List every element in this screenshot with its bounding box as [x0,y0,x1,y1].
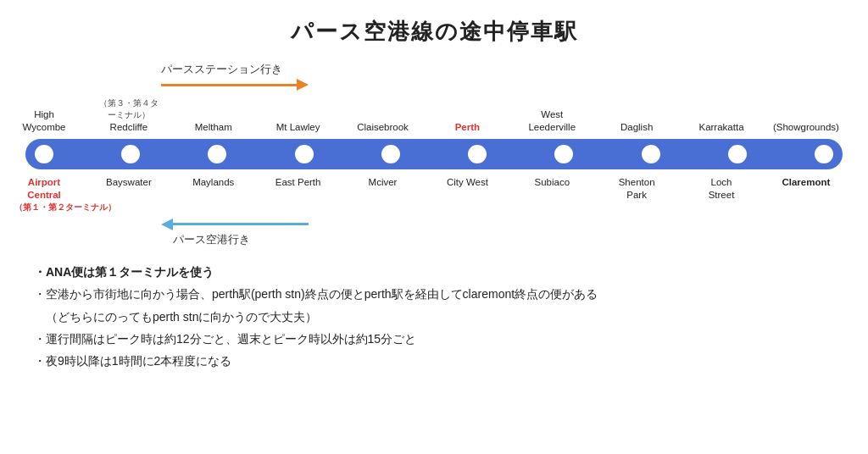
bottom-station-mciver: Mciver [353,176,413,213]
station-dot-3 [292,142,316,166]
bottom-station-bayswater: Bayswater [99,176,159,213]
top-station-claisebrook: Claisebrook [353,97,413,134]
station-map: High Wycombe（第３・第４ターミナル）RedcliffeMeltham… [25,97,843,213]
top-station-high-wycombe: High Wycombe [14,97,74,134]
station-dot-7 [639,142,663,166]
top-station-meltham: Meltham [184,97,243,134]
station-dot-8 [726,142,749,166]
bottom-station-loch-street: Loch Street [692,176,751,213]
top-station-showgrounds: (Showgrounds) [776,97,836,134]
bottom-station-east-perth: East Perth [269,176,328,213]
bottom-station-subiaco: Subiaco [522,176,581,213]
note-3: ・運行間隔はピーク時は約12分ごと、週末とピーク時以外は約15分ごと [34,329,843,348]
arrow-to-perth-label: パースステーション行き [161,62,282,77]
station-dot-9 [812,142,836,166]
arrow-left-head [161,219,173,230]
top-station-redcliffe: （第３・第４ターミナル）Redcliffe [99,97,159,134]
arrow-right-line [161,84,297,86]
bottom-station-city-west: City West [437,176,497,213]
arrow-to-airport-section: パース空港行き [161,219,843,247]
stations-dots-row [25,142,843,166]
page-title: パース空港線の途中停車駅 [25,17,843,47]
arrow-to-airport-label: パース空港行き [173,232,250,247]
station-dot-2 [205,142,229,166]
bottom-station-shenton-park: Shenton Park [607,176,666,213]
notes-section: ・ANA便は第１ターミナルを使う・空港から市街地に向かう場合、perth駅(pe… [25,263,843,371]
top-station-daglish: Daglish [607,97,666,134]
note-4: ・夜9時以降は1時間に2本程度になる [34,352,843,370]
top-station-perth: Perth [437,97,497,134]
top-station-names: High Wycombe（第３・第４ターミナル）RedcliffeMeltham… [25,97,843,134]
bottom-station-airport-central: Airport Central（第１・第２ターミナル） [14,176,74,213]
arrow-to-perth-section: パースステーション行き [161,62,843,91]
station-dot-6 [552,142,576,166]
station-dot-4 [379,142,403,166]
note-1: ・空港から市街地に向かう場合、perth駅(perth stn)終点の便とper… [34,285,843,303]
top-station-mt-lawley: Mt Lawley [269,97,328,134]
top-station-karrakatta: Karrakatta [692,97,751,134]
station-dot-1 [119,142,142,166]
arrow-to-airport [161,219,309,230]
top-station-west-leederville: West Leederville [522,97,581,134]
track-row [25,136,843,173]
station-dot-5 [465,142,489,166]
arrow-to-perth [161,79,309,91]
bottom-station-names: Airport Central（第１・第２ターミナル）BayswaterMayl… [25,176,843,213]
bottom-station-claremont: Claremont [776,176,836,213]
bottom-station-maylands: Maylands [184,176,243,213]
note-2: （どちらにのってもperth stnに向かうので大丈夫） [34,307,843,326]
arrow-left-line [173,223,309,225]
note-0: ・ANA便は第１ターミナルを使う [34,263,843,281]
arrow-right-head [297,79,309,91]
station-dot-0 [32,142,56,166]
